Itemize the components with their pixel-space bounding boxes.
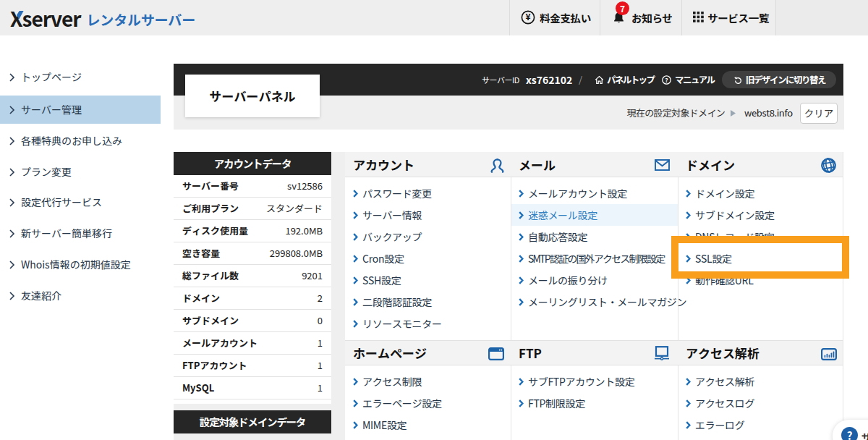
svg-text:¥: ¥ — [525, 10, 530, 22]
svg-text:?: ? — [665, 75, 668, 84]
